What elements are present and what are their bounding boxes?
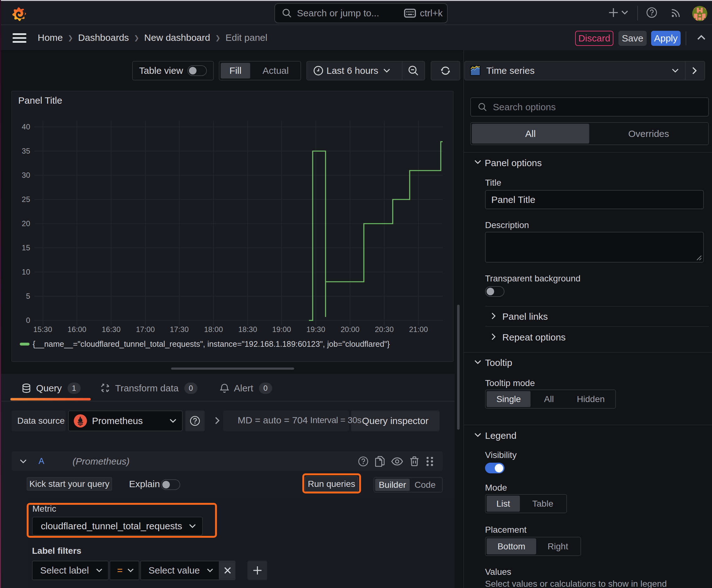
svg-text:15: 15 xyxy=(22,244,30,252)
svg-text:30: 30 xyxy=(22,171,30,180)
svg-text:16:30: 16:30 xyxy=(102,325,121,334)
svg-text:20:00: 20:00 xyxy=(341,325,360,334)
svg-text:0: 0 xyxy=(26,316,30,324)
svg-text:18:00: 18:00 xyxy=(204,325,223,334)
svg-text:{__name__="cloudflared_tunnel_: {__name__="cloudflared_tunnel_total_requ… xyxy=(33,339,390,348)
svg-text:35: 35 xyxy=(22,147,30,155)
svg-text:20:30: 20:30 xyxy=(375,325,394,334)
svg-text:15:30: 15:30 xyxy=(33,325,52,334)
svg-text:18:30: 18:30 xyxy=(238,325,257,334)
svg-text:25: 25 xyxy=(22,195,30,204)
svg-text:19:00: 19:00 xyxy=(272,325,291,334)
svg-text:40: 40 xyxy=(22,123,30,131)
svg-text:5: 5 xyxy=(26,292,30,300)
svg-text:19:30: 19:30 xyxy=(306,325,325,334)
svg-text:20: 20 xyxy=(22,219,30,228)
svg-text:17:30: 17:30 xyxy=(170,325,189,334)
svg-text:16:00: 16:00 xyxy=(67,325,86,334)
svg-text:21:00: 21:00 xyxy=(409,325,428,334)
svg-text:10: 10 xyxy=(22,268,30,276)
svg-text:17:00: 17:00 xyxy=(136,325,155,334)
